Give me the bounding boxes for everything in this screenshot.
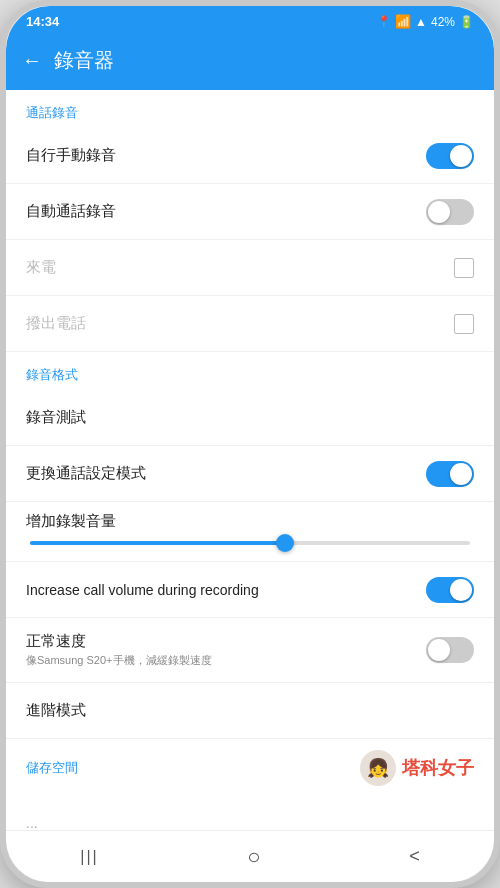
recording-test-label: 錄音測試 [26, 408, 474, 427]
increase-call-volume-toggle[interactable] [426, 577, 474, 603]
storage-row: 儲存空間 👧 塔科女子 [26, 750, 474, 786]
nav-back-button[interactable]: < [389, 838, 440, 875]
section-recording-format-label: 錄音格式 [6, 352, 494, 390]
incoming-call-checkbox[interactable] [454, 258, 474, 278]
battery-icon: 🔋 [459, 15, 474, 29]
app-header: ← 錄音器 [6, 35, 494, 90]
setting-recording-test[interactable]: 錄音測試 [6, 390, 494, 446]
outgoing-call-label: 撥出電話 [26, 314, 454, 333]
slider-fill [30, 541, 285, 545]
manual-recording-toggle[interactable] [426, 143, 474, 169]
incoming-call-label: 來電 [26, 258, 454, 277]
phone-shell: 14:34 📍 📶 ▲ 42% 🔋 ← 錄音器 通話錄音 自行手動錄音 [0, 0, 500, 888]
advanced-mode-label: 進階模式 [26, 701, 474, 720]
setting-volume-slider: 增加錄製音量 [6, 502, 494, 562]
nav-menu-button[interactable]: ||| [60, 840, 118, 874]
watermark-avatar: 👧 [360, 750, 396, 786]
nav-bar: ||| ○ < [6, 830, 494, 882]
call-mode-label: 更換通話設定模式 [26, 464, 426, 483]
watermark-text: 塔科女子 [402, 756, 474, 780]
call-mode-toggle[interactable] [426, 461, 474, 487]
auto-recording-label: 自動通話錄音 [26, 202, 426, 221]
setting-storage-section: 儲存空間 👧 塔科女子 [6, 739, 494, 795]
setting-advanced-mode[interactable]: 進階模式 [6, 683, 494, 739]
normal-speed-toggle[interactable] [426, 637, 474, 663]
setting-manual-recording[interactable]: 自行手動錄音 [6, 128, 494, 184]
outgoing-call-checkbox[interactable] [454, 314, 474, 334]
battery-level: 42% [431, 15, 455, 29]
setting-increase-call-volume[interactable]: Increase call volume during recording [6, 562, 494, 618]
normal-speed-label: 正常速度 [26, 632, 426, 651]
setting-normal-speed[interactable]: 正常速度 像Samsung S20+手機，減緩錄製速度 [6, 618, 494, 683]
status-icons: 📍 📶 ▲ 42% 🔋 [377, 14, 474, 29]
watermark: 👧 塔科女子 [360, 750, 474, 786]
toggle-knob [428, 201, 450, 223]
normal-speed-group: 正常速度 像Samsung S20+手機，減緩錄製速度 [26, 632, 426, 668]
toggle-knob [428, 639, 450, 661]
normal-speed-subtext: 像Samsung S20+手機，減緩錄製速度 [26, 653, 426, 668]
location-icon: 📍 [377, 15, 391, 28]
wifi-icon: 📶 [395, 14, 411, 29]
section-call-recording-label: 通話錄音 [6, 90, 494, 128]
page-title: 錄音器 [54, 47, 114, 74]
settings-content: 通話錄音 自行手動錄音 自動通話錄音 來電 撥出電話 [6, 90, 494, 830]
nav-home-button[interactable]: ○ [227, 836, 280, 878]
setting-partial-bottom: ... [6, 795, 494, 830]
status-bar: 14:34 📍 📶 ▲ 42% 🔋 [6, 6, 494, 35]
manual-recording-label: 自行手動錄音 [26, 146, 426, 165]
setting-incoming-call: 來電 [6, 240, 494, 296]
back-button[interactable]: ← [22, 49, 42, 72]
volume-slider-label: 增加錄製音量 [26, 512, 474, 531]
setting-call-mode[interactable]: 更換通話設定模式 [6, 446, 494, 502]
partial-text: ... [26, 815, 38, 831]
status-time: 14:34 [26, 14, 59, 29]
signal-icon: ▲ [415, 15, 427, 29]
setting-outgoing-call: 撥出電話 [6, 296, 494, 352]
setting-auto-recording[interactable]: 自動通話錄音 [6, 184, 494, 240]
increase-call-volume-label: Increase call volume during recording [26, 582, 426, 598]
slider-thumb[interactable] [276, 534, 294, 552]
section-storage-label: 儲存空間 [26, 759, 78, 777]
auto-recording-toggle[interactable] [426, 199, 474, 225]
toggle-knob [450, 463, 472, 485]
toggle-knob [450, 145, 472, 167]
slider-track[interactable] [30, 541, 470, 545]
toggle-knob [450, 579, 472, 601]
watermark-emoji: 👧 [367, 757, 389, 779]
phone-screen: 14:34 📍 📶 ▲ 42% 🔋 ← 錄音器 通話錄音 自行手動錄音 [6, 6, 494, 882]
